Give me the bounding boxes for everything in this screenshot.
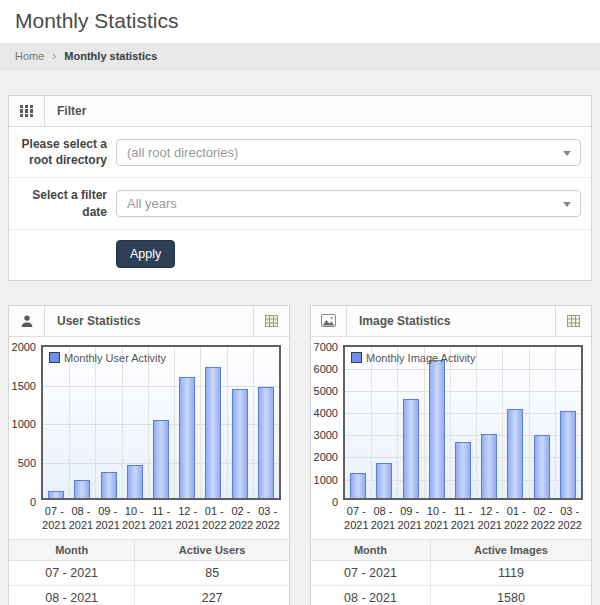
table-header-cell: Month <box>311 539 430 560</box>
y-axis-tick: 3000 <box>314 429 338 441</box>
chevron-down-icon <box>563 151 571 156</box>
table-header-cell: Month <box>9 539 135 560</box>
breadcrumb-home-link[interactable]: Home <box>15 50 44 62</box>
bar <box>74 480 90 498</box>
filter-panel-header: Filter <box>9 96 591 127</box>
root-directory-select[interactable]: (all root directories) <box>116 139 581 166</box>
user-statistics-panel: User Statistics 0500100015002000 Monthly… <box>8 305 290 605</box>
table-header-cell: Active Users <box>135 539 289 560</box>
x-axis-tick: 12 -2021 <box>174 504 201 533</box>
table-row: 08 - 20211580 <box>311 585 591 605</box>
image-statistics-title: Image Statistics <box>347 306 555 336</box>
filter-row-apply: Apply <box>9 230 591 280</box>
gridline <box>345 413 581 414</box>
x-axis-tick: 08 -2021 <box>370 504 397 533</box>
y-axis-tick: 2000 <box>12 341 36 353</box>
gridline <box>122 347 123 498</box>
table-cell: 85 <box>135 560 289 585</box>
gridline <box>200 347 201 498</box>
gridline <box>174 347 175 498</box>
x-axis-tick: 02 -2022 <box>530 504 557 533</box>
legend-swatch-icon <box>49 352 60 363</box>
table-icon[interactable] <box>253 306 289 336</box>
gridline <box>424 347 425 498</box>
table-row: 08 - 2021227 <box>9 585 289 605</box>
breadcrumb: Home › Monthly statistics <box>0 43 600 70</box>
bar <box>560 411 576 498</box>
bar <box>534 435 550 498</box>
gridline <box>345 391 581 392</box>
user-icon <box>9 306 45 336</box>
table-header-row: MonthActive Images <box>311 539 591 560</box>
breadcrumb-current: Monthly statistics <box>64 50 157 62</box>
x-axis: 07 -202108 -202109 -202110 -202111 -2021… <box>41 504 281 533</box>
x-axis-tick: 03 -2022 <box>254 504 281 533</box>
gridline <box>43 386 279 387</box>
bar <box>376 463 392 498</box>
y-axis: 01000200030004000500060007000 <box>315 345 343 500</box>
table-header-cell: Active Images <box>430 539 591 560</box>
x-axis-tick: 07 -2021 <box>41 504 68 533</box>
gridline <box>450 347 451 498</box>
bar <box>403 399 419 498</box>
x-axis-tick: 10 -2021 <box>423 504 450 533</box>
bar <box>350 473 366 498</box>
gridline <box>371 347 372 498</box>
y-axis-tick: 0 <box>332 496 338 508</box>
y-axis-tick: 2000 <box>314 451 338 463</box>
bar <box>153 420 169 498</box>
grid-icon <box>9 96 45 126</box>
table-cell: 08 - 2021 <box>9 585 135 605</box>
gridline <box>69 347 70 498</box>
bar <box>205 367 221 498</box>
table-cell: 1580 <box>430 585 591 605</box>
x-axis-tick: 01 -2022 <box>201 504 228 533</box>
chart-legend: Monthly User Activity <box>49 352 166 364</box>
plot-area: Monthly User Activity <box>41 345 281 500</box>
gridline <box>476 347 477 498</box>
table-icon[interactable] <box>555 306 591 336</box>
table-cell: 227 <box>135 585 289 605</box>
apply-button[interactable]: Apply <box>116 240 175 268</box>
table-cell: 07 - 2021 <box>9 560 135 585</box>
gridline <box>148 347 149 498</box>
x-axis-tick: 12 -2021 <box>476 504 503 533</box>
breadcrumb-separator: › <box>52 49 56 63</box>
filter-date-select-value: All years <box>127 196 177 211</box>
image-icon <box>311 306 347 336</box>
user-statistics-header: User Statistics <box>9 306 289 337</box>
y-axis-tick: 1500 <box>12 380 36 392</box>
chart-legend: Monthly Image Activity <box>351 352 475 364</box>
gridline <box>529 347 530 498</box>
x-axis-tick: 09 -2021 <box>396 504 423 533</box>
gridline <box>555 347 556 498</box>
filter-panel: Filter Please select a root directory (a… <box>8 95 592 281</box>
x-axis-tick: 02 -2022 <box>228 504 255 533</box>
image-statistics-header: Image Statistics <box>311 306 591 337</box>
y-axis-tick: 1000 <box>12 418 36 430</box>
bar <box>481 434 497 498</box>
legend-label: Monthly User Activity <box>64 352 166 364</box>
bar <box>507 409 523 498</box>
y-axis-tick: 0 <box>30 496 36 508</box>
gridline <box>253 347 254 498</box>
table-cell: 1119 <box>430 560 591 585</box>
y-axis-tick: 5000 <box>314 385 338 397</box>
page-header: Monthly Statistics <box>0 0 600 43</box>
user-activity-chart: 0500100015002000 Monthly User Activity 0… <box>9 337 289 537</box>
bar <box>455 442 471 498</box>
x-axis-tick: 07 -2021 <box>343 504 370 533</box>
gridline <box>95 347 96 498</box>
image-statistics-panel: Image Statistics 01000200030004000500060… <box>310 305 592 605</box>
y-axis-tick: 4000 <box>314 407 338 419</box>
gridline <box>397 347 398 498</box>
x-axis-tick: 11 -2021 <box>148 504 175 533</box>
y-axis-tick: 6000 <box>314 363 338 375</box>
y-axis: 0500100015002000 <box>13 345 41 500</box>
x-axis-tick: 03 -2022 <box>556 504 583 533</box>
plot-area: Monthly Image Activity <box>343 345 583 500</box>
filter-date-select[interactable]: All years <box>116 190 581 217</box>
gridline <box>345 369 581 370</box>
table-header-row: MonthActive Users <box>9 539 289 560</box>
bar <box>48 491 64 498</box>
